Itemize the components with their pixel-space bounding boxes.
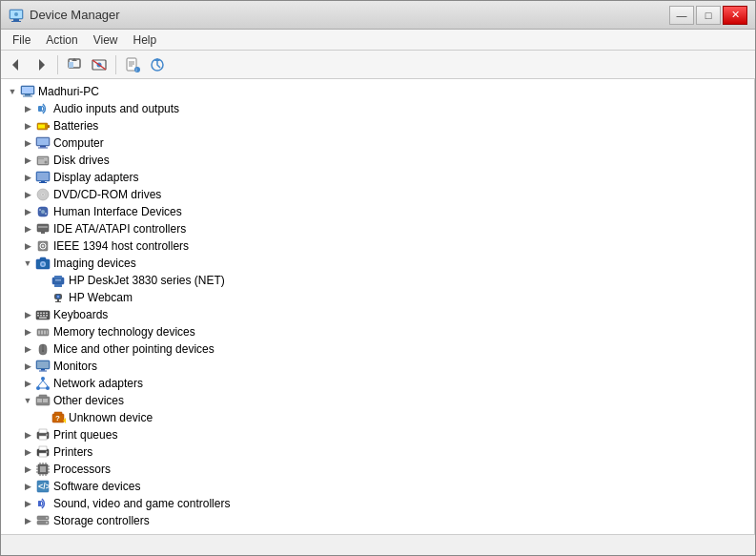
- network-expander[interactable]: [20, 376, 35, 391]
- tree-memory[interactable]: Memory technology devices: [1, 323, 754, 340]
- svg-rect-97: [37, 399, 42, 402]
- tree-computer[interactable]: Computer: [1, 134, 754, 152]
- memory-expander[interactable]: [20, 324, 35, 340]
- minimize-button[interactable]: —: [669, 6, 694, 25]
- tree-disk[interactable]: Disk drives: [1, 152, 754, 169]
- tree-ide[interactable]: IDE ATA/ATAPI controllers: [1, 220, 754, 237]
- unknown-label: Unknown device: [69, 411, 153, 424]
- dvd-expander[interactable]: [20, 187, 35, 202]
- svg-marker-6: [39, 59, 45, 71]
- tree-sound[interactable]: Sound, video and game controllers: [1, 495, 754, 512]
- main-content: Madhuri-PC Audio inputs and outputs: [1, 79, 755, 534]
- menu-view[interactable]: View: [86, 31, 126, 49]
- display-expander[interactable]: [20, 170, 35, 185]
- tree-hp-deskjet[interactable]: HP DeskJet 3830 series (NET): [1, 272, 754, 289]
- monitors-expander[interactable]: [20, 359, 35, 374]
- svg-rect-112: [40, 466, 46, 472]
- battery-icon: [35, 118, 51, 134]
- network-label: Network adapters: [53, 377, 143, 390]
- tree-network[interactable]: Network adapters: [1, 375, 754, 392]
- tree-processors[interactable]: Processors: [1, 461, 754, 478]
- toolbar: i: [1, 51, 755, 79]
- tree-other[interactable]: Other devices: [1, 392, 754, 409]
- tree-unknown[interactable]: ? Unknown device: [1, 409, 754, 426]
- svg-rect-8: [69, 62, 73, 68]
- hid-expander[interactable]: [20, 204, 35, 219]
- menu-action[interactable]: Action: [38, 31, 85, 49]
- forward-button[interactable]: [30, 53, 52, 76]
- tree-storage[interactable]: Storage controllers: [1, 512, 754, 529]
- device-manager-window: Device Manager — □ ✕ File Action View He…: [0, 0, 756, 556]
- mice-expander[interactable]: [20, 341, 35, 357]
- tree-monitors[interactable]: Monitors: [1, 358, 754, 375]
- menu-file[interactable]: File: [5, 31, 38, 49]
- disk-expander[interactable]: [20, 153, 35, 168]
- computer-expander[interactable]: [20, 135, 35, 151]
- audio-label: Audio inputs and outputs: [53, 102, 179, 115]
- svg-rect-69: [40, 313, 42, 315]
- tree-batteries[interactable]: Batteries: [1, 117, 754, 134]
- keyboards-expander[interactable]: [20, 307, 35, 322]
- sound-expander[interactable]: [20, 496, 35, 511]
- show-hidden-button[interactable]: [88, 53, 111, 76]
- tree-printers[interactable]: Printers: [1, 443, 754, 461]
- imaging-label: Imaging devices: [53, 257, 136, 270]
- svg-text:i: i: [136, 67, 137, 72]
- other-expander[interactable]: [20, 393, 35, 408]
- tree-hp-webcam[interactable]: HP Webcam: [1, 289, 754, 306]
- tree-audio[interactable]: Audio inputs and outputs: [1, 100, 754, 117]
- tree-ieee[interactable]: IEEE 1394 host controllers: [1, 237, 754, 255]
- printqueues-expander[interactable]: [20, 427, 35, 443]
- properties-button[interactable]: i: [121, 53, 144, 76]
- tree-root[interactable]: Madhuri-PC: [1, 83, 754, 100]
- software-expander[interactable]: [20, 479, 35, 494]
- svg-rect-2: [11, 21, 21, 22]
- svg-rect-59: [54, 276, 62, 278]
- imaging-expander[interactable]: [20, 256, 35, 271]
- svg-point-43: [42, 194, 44, 196]
- ide-expander[interactable]: [20, 221, 35, 237]
- tree-printqueues[interactable]: Print queues: [1, 426, 754, 443]
- svg-point-4: [14, 12, 18, 16]
- root-expander[interactable]: [5, 84, 20, 99]
- update-driver-button[interactable]: [146, 53, 169, 76]
- tree-dvd[interactable]: DVD/CD-ROM drives: [1, 186, 754, 203]
- toolbar-separator-1: [57, 55, 58, 74]
- svg-rect-108: [39, 446, 47, 450]
- svg-rect-31: [40, 146, 46, 148]
- printers-expander[interactable]: [20, 444, 35, 460]
- audio-expander[interactable]: [20, 101, 35, 116]
- network-icon: [35, 376, 51, 391]
- back-button[interactable]: [5, 53, 28, 76]
- disk-icon: [35, 153, 51, 168]
- maximize-button[interactable]: □: [696, 6, 721, 25]
- imaging-icon: [35, 256, 51, 271]
- close-button[interactable]: ✕: [723, 6, 747, 25]
- svg-text:</>: </>: [38, 482, 51, 491]
- storage-expander[interactable]: [20, 513, 35, 528]
- root-label: Madhuri-PC: [38, 85, 99, 98]
- device-tree[interactable]: Madhuri-PC Audio inputs and outputs: [1, 79, 755, 534]
- tree-mice[interactable]: Mice and other pointing devices: [1, 340, 754, 358]
- svg-point-46: [39, 209, 41, 211]
- menu-help[interactable]: Help: [126, 31, 165, 49]
- tree-software[interactable]: </> Software devices: [1, 478, 754, 495]
- up-button[interactable]: [63, 53, 86, 76]
- svg-rect-23: [25, 94, 31, 96]
- storage-label: Storage controllers: [53, 514, 150, 527]
- ieee-expander[interactable]: [20, 238, 35, 254]
- tree-display[interactable]: Display adapters: [1, 169, 754, 186]
- svg-marker-5: [12, 59, 18, 71]
- svg-rect-68: [37, 313, 39, 315]
- svg-rect-75: [46, 315, 48, 317]
- processors-expander[interactable]: [20, 462, 35, 477]
- svg-point-64: [57, 296, 59, 298]
- batteries-expander[interactable]: [20, 118, 35, 134]
- svg-rect-22: [22, 87, 33, 93]
- tree-hid[interactable]: Human Interface Devices: [1, 203, 754, 220]
- tree-imaging[interactable]: Imaging devices: [1, 255, 754, 272]
- svg-rect-24: [23, 96, 32, 97]
- svg-rect-60: [54, 284, 62, 287]
- tree-keyboards[interactable]: Keyboards: [1, 306, 754, 323]
- svg-rect-73: [40, 315, 42, 317]
